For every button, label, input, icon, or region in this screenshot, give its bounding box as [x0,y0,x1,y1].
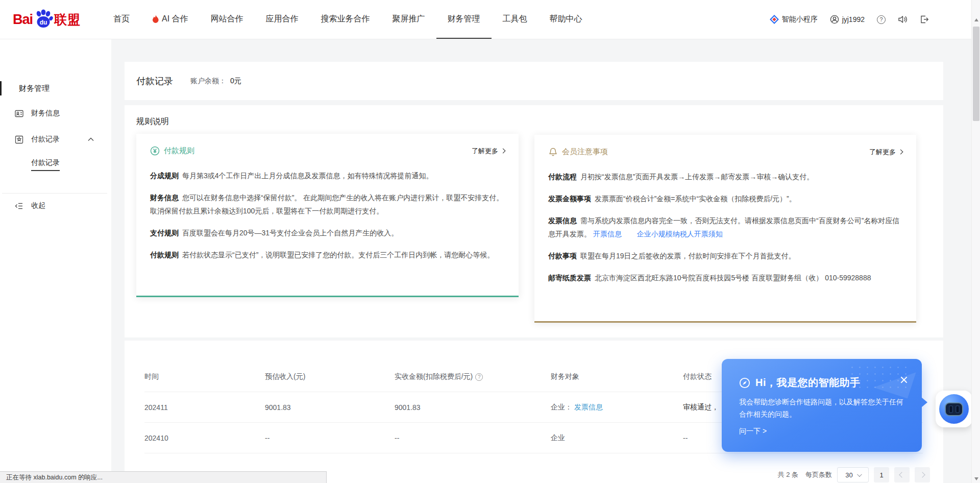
balance-value: 0元 [230,77,241,86]
nav-item-finance-management[interactable]: 财务管理 [436,0,492,39]
payment-rules-more-link[interactable]: 了解更多 [472,147,505,156]
user-icon [830,15,839,24]
rule-item: 付款流程月初按“发票信息”页面开具发票→上传发票→邮寄发票→审核→确认支付。 [548,170,902,183]
balance-label: 账户余额： [190,77,226,86]
pagination: 共 2 条 每页条数 30 1 [778,467,930,482]
rule-item: 付款事项联盟在每月19日之后签收的发票，付款时间安排在下个月首批支付。 [548,249,902,262]
sidebar-divider [2,193,107,194]
cell-estimated: -- [265,423,270,453]
assistant-robot-avatar[interactable] [936,391,972,427]
rule-item: 发票信息需与系统内发票信息内容完全一致，否则无法支付。请根据发票信息页面中“百度… [548,214,902,240]
sidebar-collapse-button[interactable]: 收起 [0,199,111,213]
close-icon[interactable] [899,375,909,384]
payment-rules-title: 付款规则 [164,146,194,156]
collapse-icon [14,201,24,211]
flame-icon [152,15,159,23]
help-icon: ? [877,15,886,24]
member-notes-more-link[interactable]: 了解更多 [869,148,902,157]
assistant-ask-link[interactable]: 问一下 > [739,427,767,436]
nav-item-home[interactable]: 首页 [102,0,141,39]
cell-time: 202411 [144,392,168,423]
cell-time: 202410 [144,423,168,453]
small-taxpayer-guide-link[interactable]: 企业小规模纳税人开票须知 [637,230,723,238]
scroll-up-button[interactable] [972,15,980,24]
col-header-finance-object: 财务对象 [551,361,579,392]
rules-section-card: 规则说明 付款规则 了解更多 分成规则每月第3或4个工作日产出上月分成信息及发票… [125,105,943,337]
nav-item-screen-promotion[interactable]: 聚屏推广 [381,0,436,39]
assistant-message: 我会帮助您诊断合作链路问题，以及解答您关于任何合作相关的问题。 [739,396,906,420]
chevron-down-icon [857,472,862,477]
cell-received: -- [395,423,399,453]
pagination-total: 共 2 条 [778,470,798,479]
sidebar-item-finance-info[interactable]: 财务信息 [0,106,111,120]
nav-item-website-cooperation[interactable]: 网站合作 [200,0,255,39]
payment-rules-box: 付款规则 了解更多 分成规则每月第3或4个工作日产出上月分成信息及发票信息，如有… [136,134,519,297]
mini-program-entry[interactable]: 智能小程序 [770,15,818,24]
nav-item-ai-cooperation[interactable]: AI 合作 [141,0,200,39]
compass-icon [739,377,750,389]
invoice-info-table-link[interactable]: 发票信息 [574,403,603,412]
announcement-button[interactable] [898,15,908,24]
rule-item: 付款规则若付款状态显示“已支付”，说明联盟已安排了您的付款。支付后三个工作日内到… [150,248,505,261]
logout-icon [920,15,929,24]
next-page-button[interactable] [915,467,930,482]
baidu-union-logo[interactable]: Bai du 联盟 [13,9,81,30]
per-page-label: 每页条数 [805,470,832,479]
bell-icon [548,147,558,157]
prev-page-button[interactable] [894,467,910,482]
per-page-select[interactable]: 30 [837,467,869,482]
triangle-down-icon [974,477,978,480]
finance-info-icon [14,109,24,118]
question-mark-icon[interactable]: ? [475,373,483,381]
logout-button[interactable] [920,15,929,24]
user-account[interactable]: jyj1992 [830,15,865,24]
nav-item-search-cooperation[interactable]: 搜索业务合作 [310,0,381,39]
cell-finance-object: 企业： 发票信息 [551,392,603,423]
status-text: 正在等待 xlab.baidu.com 的响应... [6,473,103,482]
vertical-scrollbar[interactable] [971,0,980,483]
payment-records-icon [14,135,24,144]
col-header-estimated-income: 预估收入(元) [265,361,305,392]
baidu-paw-icon: du [33,8,54,29]
cell-estimated: 9001.83 [265,392,291,423]
scrollbar-thumb[interactable] [973,27,979,121]
robot-icon [939,394,969,424]
chevron-up-icon [88,137,94,141]
sidebar-item-payment-records[interactable]: 付款记录 [0,132,111,147]
nav-item-toolkit[interactable]: 工具包 [492,0,538,39]
col-header-payment-status: 付款状态 [683,361,712,392]
member-notes-title: 会员注意事项 [562,147,608,157]
chevron-right-icon [919,472,925,477]
browser-status-bubble: 正在等待 xlab.baidu.com 的响应... [0,471,327,483]
cell-payment-status: -- [683,423,688,453]
primary-nav: 首页 AI 合作 网站合作 应用合作 搜索业务合作 聚屏推广 财务管理 工具包 … [102,0,594,39]
chevron-right-icon [501,149,506,154]
assistant-title: Hi，我是您的智能助手 [755,376,861,390]
col-header-time: 时间 [144,361,159,392]
scroll-down-button[interactable] [972,474,980,483]
page-button-1[interactable]: 1 [874,467,889,482]
top-navigation-bar: Bai du 联盟 首页 AI 合作 网站合作 应用合作 搜索业务合作 聚屏推广… [0,0,980,39]
cell-payment-status: 审核通过， [683,392,719,423]
help-button[interactable]: ? [877,15,886,24]
paper-plane-decoration [873,361,916,399]
invoice-info-link[interactable]: 开票信息 [593,230,622,238]
sidebar-title-finance-management[interactable]: 财务管理 [0,81,111,95]
chevron-left-icon [899,472,904,477]
page-title: 付款记录 [136,75,173,87]
popup-arrow [921,397,927,407]
mini-program-diamond-icon [770,15,779,24]
member-notes-box: 会员注意事项 了解更多 付款流程月初按“发票信息”页面开具发票→上传发票→邮寄发… [534,135,916,323]
triangle-up-icon [974,18,978,21]
rule-item: 发票金额事项发票票面“价税合计”金额=系统中“实收金额（扣除税费后/元）”。 [548,192,902,205]
logo-bai-text: Bai [13,12,33,28]
rule-item: 分成规则每月第3或4个工作日产出上月分成信息及发票信息，如有特殊情况将提前通知。 [150,169,505,182]
nav-item-help-center[interactable]: 帮助中心 [538,0,594,39]
chevron-right-icon [898,150,903,155]
logo-union-text: 联盟 [54,11,81,28]
col-header-received-amount: 实收金额(扣除税费后/元) ? [395,361,483,392]
sidebar-subitem-payment-records[interactable]: 付款记录 [31,157,60,172]
nav-item-app-cooperation[interactable]: 应用合作 [255,0,310,39]
rule-item: 支付规则百度联盟会在每月20号—31号支付企业会员上个自然月产生的收入。 [150,226,505,239]
rules-section-title: 规则说明 [136,116,169,127]
